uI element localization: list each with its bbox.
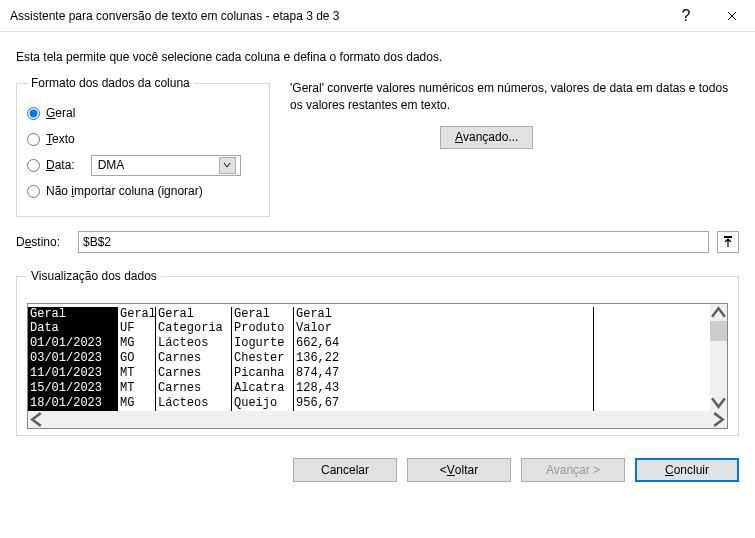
preview-pane: GeralGeralGeralGeralGeral DataUFCategori…	[27, 303, 728, 429]
preview-cell[interactable]: Lácteos	[156, 396, 232, 411]
table-row: 11/01/2023MTCarnesPicanha874,47	[28, 366, 710, 381]
advanced-button[interactable]: Avançado...	[440, 126, 533, 149]
preview-cell[interactable]: Lácteos	[156, 336, 232, 351]
chevron-down-icon	[710, 394, 727, 411]
footer: Cancelar < Voltar Avançar > Concluir	[0, 444, 755, 496]
preview-group: Visualização dos dados GeralGeralGeralGe…	[16, 269, 739, 436]
table-row: 18/01/2023MGLácteosQueijo956,67	[28, 396, 710, 411]
format-group: Formato dos dados da coluna Geral Texto …	[16, 76, 270, 217]
preview-cell[interactable]: GO	[118, 351, 156, 366]
radio-text[interactable]	[27, 133, 40, 146]
preview-header[interactable]: Geral	[294, 307, 594, 321]
table-row: 03/01/2023GOCarnesChester136,22	[28, 351, 710, 366]
chevron-right-icon	[710, 411, 727, 428]
preview-cell[interactable]: Data	[28, 321, 118, 336]
date-format-value: DMA	[98, 158, 125, 172]
table-row: DataUFCategoriaProdutoValor	[28, 321, 710, 336]
description-col: 'Geral' converte valores numéricos em nú…	[284, 76, 739, 217]
preview-cell[interactable]: 15/01/2023	[28, 381, 118, 396]
radio-date-row: Data: DMA	[27, 154, 259, 176]
help-button[interactable]: ?	[663, 0, 709, 32]
preview-cell[interactable]: 11/01/2023	[28, 366, 118, 381]
preview-cell[interactable]: 136,22	[294, 351, 594, 366]
close-icon	[727, 11, 737, 21]
format-legend: Formato dos dados da coluna	[27, 76, 194, 90]
scroll-right-button[interactable]	[710, 411, 727, 428]
radio-skip-row: Não importar coluna (ignorar)	[27, 180, 259, 202]
chevron-left-icon	[28, 411, 45, 428]
preview-cell[interactable]: Chester	[232, 351, 294, 366]
preview-cell[interactable]: Alcatra	[232, 381, 294, 396]
preview-cell[interactable]: 662,64	[294, 336, 594, 351]
preview-cell[interactable]: Categoria	[156, 321, 232, 336]
preview-cell[interactable]: 01/01/2023	[28, 336, 118, 351]
radio-general-row: Geral	[27, 102, 259, 124]
preview-cell[interactable]: MT	[118, 381, 156, 396]
radio-text-label[interactable]: Texto	[46, 132, 75, 146]
preview-cell[interactable]: 128,43	[294, 381, 594, 396]
preview-cell[interactable]: MG	[118, 396, 156, 411]
dialog-content: Esta tela permite que você selecione cad…	[0, 32, 755, 444]
chevron-down-icon	[223, 161, 231, 169]
preview-cell[interactable]: Iogurte	[232, 336, 294, 351]
radio-general-label[interactable]: Geral	[46, 106, 75, 120]
preview-cell[interactable]: Picanha	[232, 366, 294, 381]
horizontal-scrollbar[interactable]	[28, 411, 727, 428]
destination-input[interactable]	[78, 231, 709, 253]
date-format-dropdown[interactable]: DMA	[91, 155, 241, 176]
preview-header[interactable]: Geral	[118, 307, 156, 321]
scroll-thumb[interactable]	[710, 321, 727, 341]
finish-button[interactable]: Concluir	[635, 458, 739, 482]
chevron-up-icon	[710, 304, 727, 321]
preview-cell[interactable]: 18/01/2023	[28, 396, 118, 411]
destination-row: Destino:	[16, 231, 739, 253]
radio-skip[interactable]	[27, 185, 40, 198]
svg-rect-0	[724, 236, 732, 238]
next-button: Avançar >	[521, 458, 625, 482]
scroll-down-button[interactable]	[710, 394, 727, 411]
back-button[interactable]: < Voltar	[407, 458, 511, 482]
scroll-left-button[interactable]	[28, 411, 45, 428]
destination-label: Destino:	[16, 235, 70, 249]
table-row: 01/01/2023MGLácteosIogurte662,64	[28, 336, 710, 351]
preview-cell[interactable]: Carnes	[156, 366, 232, 381]
range-picker-button[interactable]	[717, 231, 739, 253]
preview-cell[interactable]: Carnes	[156, 351, 232, 366]
preview-header[interactable]: Geral	[28, 307, 118, 321]
description-text: 'Geral' converte valores numéricos em nú…	[290, 80, 739, 114]
preview-table[interactable]: GeralGeralGeralGeralGeral DataUFCategori…	[28, 304, 710, 411]
preview-cell[interactable]: Produto	[232, 321, 294, 336]
preview-legend: Visualização dos dados	[27, 269, 161, 283]
intro-text: Esta tela permite que você selecione cad…	[16, 50, 739, 64]
cancel-button[interactable]: Cancelar	[293, 458, 397, 482]
titlebar: Assistente para conversão de texto em co…	[0, 0, 755, 32]
radio-skip-label[interactable]: Não importar coluna (ignorar)	[46, 184, 203, 198]
radio-text-row: Texto	[27, 128, 259, 150]
preview-cell[interactable]: MT	[118, 366, 156, 381]
range-picker-icon	[722, 236, 734, 248]
preview-cell[interactable]: 03/01/2023	[28, 351, 118, 366]
preview-cell[interactable]: Queijo	[232, 396, 294, 411]
preview-cell[interactable]: Valor	[294, 321, 594, 336]
dropdown-button[interactable]	[219, 157, 236, 174]
vertical-scrollbar[interactable]	[710, 304, 727, 411]
close-button[interactable]	[709, 0, 755, 32]
window-title: Assistente para conversão de texto em co…	[10, 9, 663, 23]
radio-date-label[interactable]: Data:	[46, 158, 75, 172]
preview-header[interactable]: Geral	[156, 307, 232, 321]
preview-cell[interactable]: 874,47	[294, 366, 594, 381]
preview-cell[interactable]: MG	[118, 336, 156, 351]
radio-general[interactable]	[27, 107, 40, 120]
preview-cell[interactable]: 956,67	[294, 396, 594, 411]
preview-cell[interactable]: Carnes	[156, 381, 232, 396]
table-row: 15/01/2023MTCarnesAlcatra128,43	[28, 381, 710, 396]
scroll-up-button[interactable]	[710, 304, 727, 321]
preview-header[interactable]: Geral	[232, 307, 294, 321]
radio-date[interactable]	[27, 159, 40, 172]
preview-cell[interactable]: UF	[118, 321, 156, 336]
